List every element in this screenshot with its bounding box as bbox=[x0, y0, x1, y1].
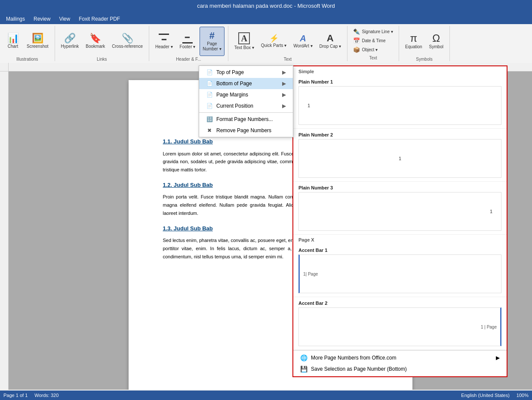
accent-bar-1-preview: 1| Page bbox=[298, 254, 501, 293]
symbols-group-label: Symbols bbox=[416, 56, 432, 62]
flyout-scroll-area[interactable]: Simple Plain Number 1 1 Plain Number 2 1… bbox=[293, 66, 507, 350]
links-items: 🔗 Hyperlink 🔖 Bookmark 📎 Cross-reference bbox=[58, 27, 145, 56]
flyout-panel: Simple Plain Number 1 1 Plain Number 2 1… bbox=[292, 65, 507, 377]
ribbon-group-misc: ✒️ Signature Line ▾ 📅 Date & Time 📦 Obje… bbox=[347, 26, 399, 61]
footer-button[interactable]: ━ Footer ▾ bbox=[177, 27, 198, 56]
symbols-items: π Equation Ω Symbol bbox=[403, 27, 446, 56]
top-of-page-arrow: ▶ bbox=[282, 69, 286, 75]
signature-icon: ✒️ bbox=[353, 28, 360, 35]
links-group-label: Links bbox=[97, 56, 107, 62]
equation-button[interactable]: π Equation bbox=[403, 27, 424, 56]
quickparts-button[interactable]: ⚡ Quick Parts ▾ bbox=[258, 27, 289, 56]
menu-page-margins[interactable]: 📄 Page Margins ▶ bbox=[199, 89, 293, 100]
cross-reference-button[interactable]: 📎 Cross-reference bbox=[109, 27, 145, 56]
plain-number-2-preview: 1 bbox=[298, 139, 501, 178]
equation-label: Equation bbox=[405, 44, 422, 50]
plain-number-3-text: 1 bbox=[490, 209, 492, 214]
page-number-button[interactable]: # PageNumber ▾ bbox=[200, 27, 224, 56]
object-button[interactable]: 📦 Object ▾ bbox=[351, 46, 394, 54]
menu-remove-page-numbers[interactable]: ✖ Remove Page Numbers bbox=[199, 125, 293, 136]
accent-bar-1-label: Accent Bar 1 bbox=[298, 248, 501, 253]
bookmark-icon: 🔖 bbox=[89, 34, 101, 43]
menu-bottom-of-page[interactable]: 📄 Bottom of Page ▶ bbox=[199, 78, 293, 89]
page-number-icon: # bbox=[209, 31, 215, 40]
misc-group-label: Text bbox=[369, 55, 377, 60]
dropcap-button[interactable]: A Drop Cap ▾ bbox=[317, 27, 344, 56]
top-of-page-icon: 📄 bbox=[206, 69, 213, 76]
menu-format-page-numbers[interactable]: 🔢 Format Page Numbers... bbox=[199, 114, 293, 125]
datetime-icon: 📅 bbox=[353, 37, 360, 44]
dropcap-icon: A bbox=[327, 34, 334, 43]
illustrations-group-label: Illustrations bbox=[16, 56, 38, 62]
text-group-label: Text bbox=[284, 56, 292, 62]
accent-bar-2-item[interactable]: Accent Bar 2 1 | Page bbox=[293, 297, 507, 350]
chart-button[interactable]: 📊 Chart bbox=[3, 27, 22, 56]
plain-number-3-preview: 1 bbox=[298, 192, 501, 231]
page-number-dropdown: 📄 Top of Page ▶ 📄 Bottom of Page ▶ 📄 Pag… bbox=[199, 65, 293, 137]
header-icon: ━ bbox=[159, 34, 169, 43]
signature-line-button[interactable]: ✒️ Signature Line ▾ bbox=[351, 28, 394, 36]
page-margins-arrow: ▶ bbox=[282, 92, 286, 98]
more-page-numbers-item[interactable]: 🌐 More Page Numbers from Office.com ▶ bbox=[297, 352, 503, 363]
tab-mailings[interactable]: Mailings bbox=[2, 14, 29, 24]
bottom-of-page-label: Bottom of Page bbox=[216, 81, 252, 87]
tab-view[interactable]: View bbox=[55, 14, 74, 24]
ribbon-group-illustrations: 📊 Chart 🖼️ Screenshot Illustrations bbox=[0, 26, 55, 61]
symbol-label: Symbol bbox=[429, 44, 443, 50]
date-time-button[interactable]: 📅 Date & Time bbox=[351, 37, 394, 45]
textbox-icon: A bbox=[238, 32, 249, 44]
format-page-numbers-label: Format Page Numbers... bbox=[216, 116, 273, 122]
accent-bar-2-preview: 1 | Page bbox=[298, 307, 501, 346]
ribbon-content: 📊 Chart 🖼️ Screenshot Illustrations 🔗 Hy… bbox=[0, 24, 532, 63]
header-button[interactable]: ━ Header ▾ bbox=[153, 27, 175, 56]
save-selection-icon: 💾 bbox=[300, 366, 308, 372]
tab-review[interactable]: Review bbox=[29, 14, 55, 24]
screenshot-icon: 🖼️ bbox=[32, 34, 43, 43]
accent-bar-1-text: 1| Page bbox=[303, 272, 318, 276]
plain-number-3-item[interactable]: Plain Number 3 1 bbox=[293, 182, 507, 235]
signature-label: Signature Line ▾ bbox=[362, 29, 393, 34]
plain-number-1-label: Plain Number 1 bbox=[298, 79, 501, 84]
hyperlink-button[interactable]: 🔗 Hyperlink bbox=[58, 27, 82, 56]
textbox-label: Text Box ▾ bbox=[234, 45, 254, 50]
bookmark-button[interactable]: 🔖 Bookmark bbox=[83, 27, 108, 56]
menu-separator bbox=[199, 112, 293, 113]
save-selection-item[interactable]: 💾 Save Selection as Page Number (Bottom) bbox=[297, 363, 503, 375]
footer-icon: ━ bbox=[182, 34, 193, 43]
illustrations-items: 📊 Chart 🖼️ Screenshot bbox=[3, 27, 51, 56]
ribbon-tabs: Mailings Review View Foxit Reader PDF bbox=[0, 12, 532, 24]
plain-number-1-preview: 1 bbox=[298, 86, 501, 125]
format-icon: 🔢 bbox=[206, 116, 213, 123]
textbox-button[interactable]: A Text Box ▾ bbox=[232, 27, 257, 56]
status-page: Page 1 of 1 bbox=[3, 393, 28, 398]
quickparts-label: Quick Parts ▾ bbox=[261, 43, 286, 48]
chart-label: Chart bbox=[8, 44, 18, 49]
accent-bar-1-item[interactable]: Accent Bar 1 1| Page bbox=[293, 244, 507, 297]
bottom-of-page-icon: 📄 bbox=[206, 80, 213, 87]
status-bar: Page 1 of 1 Words: 320 English (United S… bbox=[0, 391, 532, 400]
ribbon-group-header-footer: ━ Header ▾ ━ Footer ▾ # PageNumber ▾ Hea… bbox=[149, 26, 228, 61]
chart-icon: 📊 bbox=[7, 34, 19, 43]
wordart-button[interactable]: A WordArt ▾ bbox=[291, 27, 315, 56]
remove-icon: ✖ bbox=[206, 127, 213, 134]
symbol-button[interactable]: Ω Symbol bbox=[427, 27, 446, 56]
datetime-label: Date & Time bbox=[362, 38, 385, 43]
menu-top-of-page[interactable]: 📄 Top of Page ▶ bbox=[199, 67, 293, 78]
wordart-label: WordArt ▾ bbox=[293, 43, 312, 49]
cross-reference-icon: 📎 bbox=[122, 34, 133, 43]
text-items: A Text Box ▾ ⚡ Quick Parts ▾ A WordArt ▾… bbox=[232, 27, 344, 56]
tab-foxit[interactable]: Foxit Reader PDF bbox=[74, 14, 124, 24]
bookmark-label: Bookmark bbox=[86, 44, 105, 49]
flyout-section-page-x: Page X bbox=[293, 235, 507, 244]
object-icon: 📦 bbox=[353, 47, 360, 53]
equation-icon: π bbox=[410, 33, 418, 43]
current-position-arrow: ▶ bbox=[282, 103, 286, 109]
header-label: Header ▾ bbox=[155, 44, 173, 50]
accent-bar-2-label: Accent Bar 2 bbox=[298, 301, 501, 306]
plain-number-2-item[interactable]: Plain Number 2 1 bbox=[293, 129, 507, 182]
screenshot-button[interactable]: 🖼️ Screenshot bbox=[24, 27, 51, 56]
status-words: Words: 320 bbox=[34, 393, 58, 398]
dropcap-label: Drop Cap ▾ bbox=[320, 44, 341, 49]
menu-current-position[interactable]: 📄 Current Position ▶ bbox=[199, 100, 293, 112]
plain-number-1-item[interactable]: Plain Number 1 1 bbox=[293, 76, 507, 129]
